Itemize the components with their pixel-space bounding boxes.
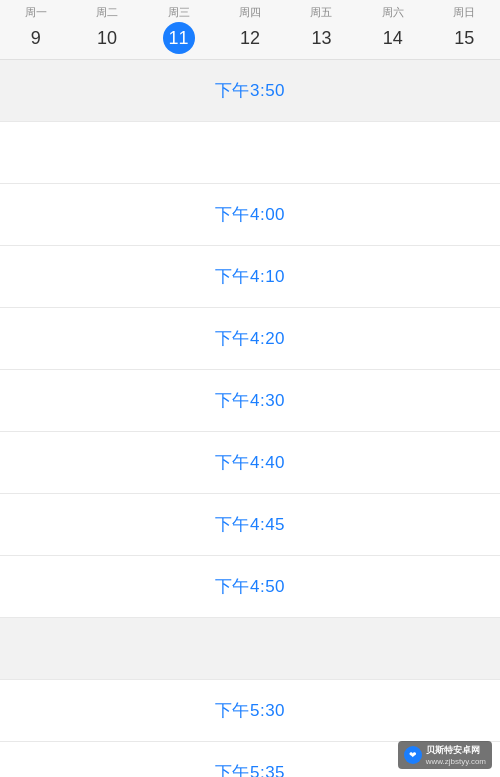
- time-label: 下午4:00: [215, 203, 285, 226]
- branding-badge: ❤ 贝斯特安卓网 www.zjbstyy.com: [398, 741, 492, 769]
- week-day-label: 周一: [25, 5, 47, 20]
- week-col-10[interactable]: 周二10: [71, 0, 142, 59]
- time-row[interactable]: 下午4:50: [0, 556, 500, 618]
- time-row[interactable]: 下午4:40: [0, 432, 500, 494]
- time-list[interactable]: 下午3:50下午4:00下午4:10下午4:20下午4:30下午4:40下午4:…: [0, 60, 500, 777]
- week-day-number[interactable]: 9: [20, 22, 52, 54]
- time-row[interactable]: 下午4:45: [0, 494, 500, 556]
- branding-icon: ❤: [404, 746, 422, 764]
- week-day-label: 周五: [310, 5, 332, 20]
- week-col-9[interactable]: 周一9: [0, 0, 71, 59]
- week-day-number[interactable]: 12: [234, 22, 266, 54]
- time-label: 下午4:50: [215, 575, 285, 598]
- time-label: 下午4:20: [215, 327, 285, 350]
- time-row[interactable]: 下午4:30: [0, 370, 500, 432]
- time-row[interactable]: 下午4:10: [0, 246, 500, 308]
- week-day-label: 周日: [453, 5, 475, 20]
- week-col-14[interactable]: 周六14: [357, 0, 428, 59]
- week-day-number[interactable]: 10: [91, 22, 123, 54]
- week-col-13[interactable]: 周五13: [286, 0, 357, 59]
- time-label: 下午4:30: [215, 389, 285, 412]
- time-label: 下午4:40: [215, 451, 285, 474]
- time-row[interactable]: 下午4:20: [0, 308, 500, 370]
- branding-name: 贝斯特安卓网: [426, 744, 486, 757]
- time-row[interactable]: 下午4:00: [0, 184, 500, 246]
- branding-url: www.zjbstyy.com: [426, 757, 486, 766]
- time-row[interactable]: [0, 122, 500, 184]
- time-label: 下午5:30: [215, 699, 285, 722]
- week-day-label: 周六: [382, 5, 404, 20]
- time-label: 下午3:50: [215, 79, 285, 102]
- time-row[interactable]: [0, 618, 500, 680]
- week-day-label: 周二: [96, 5, 118, 20]
- week-day-number[interactable]: 14: [377, 22, 409, 54]
- time-row[interactable]: 下午5:30: [0, 680, 500, 742]
- week-day-label: 周四: [239, 5, 261, 20]
- time-label: 下午4:10: [215, 265, 285, 288]
- week-day-number[interactable]: 15: [448, 22, 480, 54]
- week-col-11[interactable]: 周三11: [143, 0, 214, 59]
- time-label: 下午5:35: [215, 761, 285, 777]
- week-col-15[interactable]: 周日15: [429, 0, 500, 59]
- week-day-today[interactable]: 11: [163, 22, 195, 54]
- week-day-label: 周三: [168, 5, 190, 20]
- time-row[interactable]: 下午3:50: [0, 60, 500, 122]
- week-header: 周一9周二10周三11周四12周五13周六14周日15: [0, 0, 500, 60]
- time-label: 下午4:45: [215, 513, 285, 536]
- week-day-number[interactable]: 13: [305, 22, 337, 54]
- week-col-12[interactable]: 周四12: [214, 0, 285, 59]
